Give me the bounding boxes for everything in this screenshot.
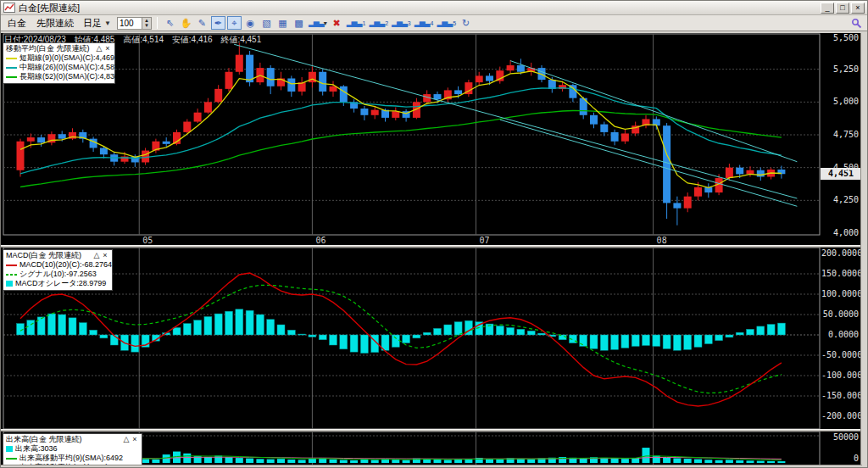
candle-body xyxy=(340,86,348,103)
indicator-preset-4-icon[interactable]: ▂▅▃4 xyxy=(414,16,435,30)
new-chart-window-icon[interactable]: ▧ xyxy=(259,16,274,30)
grid-small-icon[interactable]: ▦ xyxy=(275,16,290,30)
header-close: 終値:4,451 xyxy=(220,35,261,44)
macd-histogram-bar xyxy=(653,335,660,346)
volume-bar xyxy=(684,459,692,463)
panel-separator[interactable] xyxy=(1,429,862,432)
chart-canvas[interactable]: 日付:2024/08/23 始値:4,485 高値:4,514 安値:4,416… xyxy=(1,33,868,468)
candle-body xyxy=(476,75,483,82)
legend-close-button[interactable]: × xyxy=(101,251,109,260)
macd-histogram-bar xyxy=(517,329,525,335)
legend-collapse-button[interactable]: △ xyxy=(95,44,103,53)
remove-indicator-icon: ✖ xyxy=(333,18,341,29)
volume-bar xyxy=(287,460,295,463)
volume-marker xyxy=(6,446,13,452)
candle-body xyxy=(694,187,702,197)
bar-count-value[interactable]: 100 xyxy=(118,18,142,29)
pencil-tool-icon[interactable]: ✎ xyxy=(195,16,209,30)
indicator-preset-1-icon[interactable]: ▂▅▃1 xyxy=(346,16,367,30)
indicator-badge: 1 xyxy=(362,20,365,26)
grid-large-icon[interactable]: ▩ xyxy=(292,16,306,30)
panel-separator[interactable] xyxy=(1,245,862,248)
series-button[interactable]: 先限連続 xyxy=(33,16,77,31)
volume-bar xyxy=(183,454,191,463)
trendline xyxy=(500,120,798,206)
macd-histogram-bar xyxy=(559,335,566,340)
macd-histogram-bar xyxy=(214,314,222,335)
close-button[interactable]: × xyxy=(851,3,865,14)
cursor-tool-icon[interactable]: ⇖ xyxy=(163,16,177,30)
legend-collapse-button[interactable]: △ xyxy=(92,251,101,260)
candle-body xyxy=(58,134,66,138)
ma-short-label: 短期線(9)(0)(SMA)(C):4,469 xyxy=(19,53,114,63)
macd-histogram-bar xyxy=(360,335,368,354)
indicator-preset-5-icon[interactable]: ▂▅▃5 xyxy=(436,16,457,30)
candle-body xyxy=(225,72,233,89)
clone-window-icon[interactable] xyxy=(806,3,819,14)
candle-body xyxy=(548,80,556,89)
macd-histogram-bar xyxy=(131,335,139,352)
minimize-button[interactable]: _ xyxy=(821,3,834,14)
candle-body xyxy=(726,168,733,178)
volume-bar xyxy=(694,460,702,463)
price-axis-label: 4,750 xyxy=(821,130,859,139)
macd-axis-label: 0.0000 xyxy=(821,330,859,339)
candle-body xyxy=(17,142,25,170)
macd-osc-label: MACDオシレータ:28.9799 xyxy=(15,279,106,288)
window-bottom-frame xyxy=(1,465,862,467)
instrument-button[interactable]: 白金 xyxy=(4,16,30,31)
stepper-arrows-icon[interactable]: ▲▼ xyxy=(142,18,151,29)
macd-histogram-bar xyxy=(590,335,598,348)
hand-tool-icon[interactable]: ✋ xyxy=(179,16,193,30)
pen-tool-icon[interactable]: ✒ xyxy=(211,16,225,30)
volume-legend[interactable]: 出来高(白金 先限連続) △ × 出来高:3036 出来高移動平均(9)(SMA… xyxy=(3,433,142,468)
macd-histogram-bar xyxy=(747,329,754,335)
annotate-icon[interactable] xyxy=(777,3,790,14)
timeframe-value: 日足 xyxy=(83,17,102,30)
volume-bar xyxy=(256,459,264,463)
indicator-preset-3-icon[interactable]: ▂▅▃3 xyxy=(391,16,412,30)
macd-histogram-bar xyxy=(496,326,504,335)
candle-body xyxy=(684,197,692,209)
ma-mid-marker xyxy=(6,67,17,69)
macd-histogram-bar xyxy=(403,335,410,343)
candle-body xyxy=(214,89,222,102)
macd-histogram-bar xyxy=(434,328,442,335)
candle-body xyxy=(663,125,670,203)
reload-icon[interactable]: ↻ xyxy=(459,16,473,30)
volume-bar xyxy=(309,459,316,463)
legend-close-button[interactable]: × xyxy=(103,44,112,53)
chart-type-dropdown-icon[interactable]: ▂▅▃▾ xyxy=(308,16,328,30)
crosshair-tool-icon[interactable]: ⌖ xyxy=(227,16,242,30)
macd-histogram-bar xyxy=(643,335,650,345)
legend-close-button[interactable]: × xyxy=(131,435,139,444)
zoom-tool-icon[interactable]: ◉ xyxy=(243,16,258,30)
candle-body xyxy=(204,102,212,112)
macd-histogram-bar xyxy=(194,320,202,335)
timeframe-dropdown[interactable]: 日足 ▼ xyxy=(81,16,114,31)
maximize-button[interactable]: □ xyxy=(836,3,849,14)
price-axis-label: 4,250 xyxy=(821,195,859,204)
refresh-window-icon[interactable] xyxy=(792,3,804,14)
indicator-preset-2-icon[interactable]: ▂▅▃2 xyxy=(368,16,389,30)
remove-indicator-icon[interactable]: ✖ xyxy=(330,16,344,30)
volume-bar xyxy=(757,461,765,463)
candle-body xyxy=(454,90,462,94)
macd-histogram-bar xyxy=(267,320,275,335)
legend-collapse-button[interactable]: △ xyxy=(122,435,131,444)
macd-legend[interactable]: MACD(白金 先限連続) △ × MACD(10)(20)(C):-68.27… xyxy=(3,249,113,291)
candle-body xyxy=(236,55,243,72)
settings-wrench-icon[interactable] xyxy=(849,16,864,30)
ma-legend-title: 移動平均(白金 先限連続) xyxy=(6,44,95,53)
indicator-preset-5-icon: ▂▅▃ xyxy=(437,19,452,27)
macd-axis-label: -200.0000 xyxy=(821,411,859,421)
indicator-badge: 5 xyxy=(453,20,456,26)
bar-count-stepper[interactable]: 100 ▲▼ xyxy=(117,17,152,30)
macd-histogram-bar xyxy=(287,330,295,335)
volume-bar xyxy=(225,457,233,463)
ma-legend[interactable]: 移動平均(白金 先限連続) △ × 短期線(9)(0)(SMA)(C):4,46… xyxy=(3,42,115,84)
macd-axis-label: -150.0000 xyxy=(821,391,859,400)
chart-svg[interactable] xyxy=(1,33,868,468)
volume-bar xyxy=(403,460,410,463)
ma-long-marker xyxy=(6,76,17,78)
